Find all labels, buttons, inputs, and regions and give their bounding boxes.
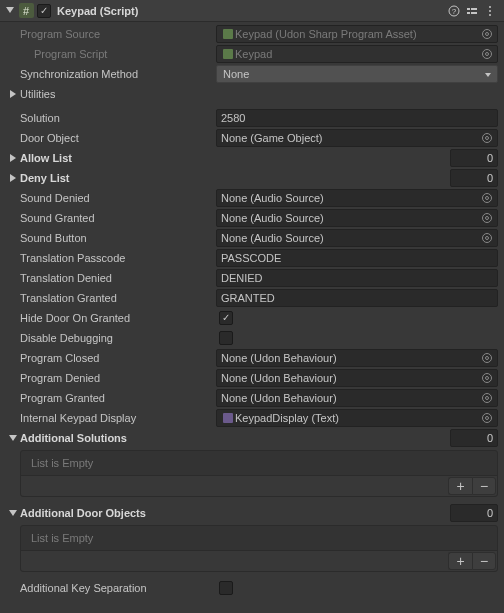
svg-rect-15 [223,413,233,423]
additional-door-objects-list: List is Empty + − [20,525,498,572]
svg-point-9 [489,14,491,16]
program-script-label: Program Script [34,48,216,60]
additional-solutions-count[interactable]: 0 [450,429,498,447]
program-source-field: Keypad (Udon Sharp Program Asset) [216,25,498,43]
allow-list-count[interactable]: 0 [450,149,498,167]
additional-door-objects-foldout[interactable] [6,509,20,517]
program-denied-field[interactable]: None (Udon Behaviour) [216,369,498,387]
list-empty-text: List is Empty [21,451,497,475]
program-granted-field[interactable]: None (Udon Behaviour) [216,389,498,407]
svg-marker-0 [6,7,14,13]
help-icon[interactable]: ? [446,3,462,19]
translation-granted-label: Translation Granted [20,292,216,304]
svg-point-7 [489,6,491,8]
internal-keypad-display-field[interactable]: KeypadDisplay (Text) [216,409,498,427]
list-add-button[interactable]: + [448,552,472,570]
solution-label: Solution [20,112,216,124]
allow-list-label: Allow List [20,152,216,164]
object-picker-icon[interactable] [479,350,495,366]
allow-list-foldout[interactable] [6,154,20,162]
translation-passcode-label: Translation Passcode [20,252,216,264]
object-picker-icon[interactable] [479,390,495,406]
program-source-label: Program Source [20,28,216,40]
disable-debugging-label: Disable Debugging [20,332,216,344]
list-remove-button[interactable]: − [472,552,496,570]
internal-keypad-display-label: Internal Keypad Display [20,412,216,424]
svg-marker-17 [9,510,17,516]
deny-list-foldout[interactable] [6,174,20,182]
sync-method-label: Synchronization Method [20,68,216,80]
script-icon: # [18,3,34,19]
svg-rect-6 [471,12,477,14]
component-enabled-checkbox[interactable] [37,4,51,18]
deny-list-count[interactable]: 0 [450,169,498,187]
sound-button-label: Sound Button [20,232,216,244]
svg-rect-4 [471,8,477,10]
translation-denied-input[interactable]: DENIED [216,269,498,287]
list-add-button[interactable]: + [448,477,472,495]
translation-denied-label: Translation Denied [20,272,216,284]
svg-marker-14 [10,174,16,182]
component-header[interactable]: # Keypad (Script) ? [0,0,504,22]
svg-rect-5 [467,12,470,14]
translation-passcode-input[interactable]: PASSCODE [216,249,498,267]
svg-marker-16 [9,435,17,441]
object-picker-icon[interactable] [479,130,495,146]
svg-rect-10 [223,29,233,39]
script-asset-icon [221,49,235,59]
sound-button-field[interactable]: None (Audio Source) [216,229,498,247]
program-script-field: Keypad [216,45,498,63]
sound-denied-label: Sound Denied [20,192,216,204]
additional-key-separation-checkbox[interactable] [219,581,233,595]
sound-granted-label: Sound Granted [20,212,216,224]
object-picker-icon[interactable] [479,370,495,386]
object-picker-icon[interactable] [479,26,495,42]
program-closed-field[interactable]: None (Udon Behaviour) [216,349,498,367]
text-component-icon [221,413,235,423]
object-picker-icon[interactable] [479,210,495,226]
svg-marker-13 [10,154,16,162]
hide-door-label: Hide Door On Granted [20,312,216,324]
asset-icon [221,29,235,39]
component-title: Keypad (Script) [57,5,444,17]
program-denied-label: Program Denied [20,372,216,384]
additional-solutions-label: Additional Solutions [20,432,450,444]
deny-list-label: Deny List [20,172,216,184]
preset-icon[interactable] [464,3,480,19]
object-picker-icon[interactable] [479,190,495,206]
solution-input[interactable]: 2580 [216,109,498,127]
svg-point-8 [489,10,491,12]
utilities-label: Utilities [20,88,55,100]
sound-granted-field[interactable]: None (Audio Source) [216,209,498,227]
svg-text:?: ? [452,7,457,16]
translation-granted-input[interactable]: GRANTED [216,289,498,307]
utilities-foldout[interactable] [6,90,20,98]
additional-door-objects-count[interactable]: 0 [450,504,498,522]
additional-door-objects-label: Additional Door Objects [20,507,450,519]
disable-debugging-checkbox[interactable] [219,331,233,345]
program-closed-label: Program Closed [20,352,216,364]
door-object-label: Door Object [20,132,216,144]
additional-solutions-foldout[interactable] [6,434,20,442]
object-picker-icon[interactable] [479,46,495,62]
context-menu-icon[interactable] [482,3,498,19]
door-object-field[interactable]: None (Game Object) [216,129,498,147]
sync-method-dropdown[interactable]: None [216,65,498,83]
object-picker-icon[interactable] [479,230,495,246]
svg-rect-11 [223,49,233,59]
svg-marker-12 [10,90,16,98]
additional-key-separation-label: Additional Key Separation [20,582,216,594]
list-empty-text: List is Empty [21,526,497,550]
sound-denied-field[interactable]: None (Audio Source) [216,189,498,207]
additional-solutions-list: List is Empty + − [20,450,498,497]
object-picker-icon[interactable] [479,410,495,426]
hide-door-checkbox[interactable] [219,311,233,325]
foldout-toggle[interactable] [6,7,18,15]
program-granted-label: Program Granted [20,392,216,404]
list-remove-button[interactable]: − [472,477,496,495]
svg-rect-3 [467,8,470,10]
